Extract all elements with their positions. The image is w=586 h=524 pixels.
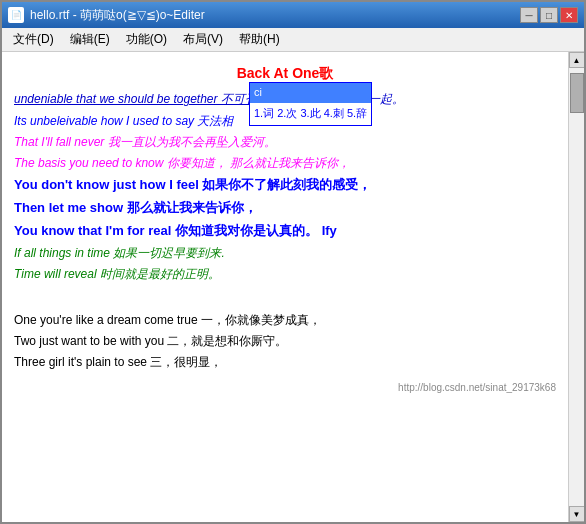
editor[interactable]: Back At One歌 undeniable that we should b… — [2, 52, 568, 522]
line-7: You know that I'm for real 你知道我对你是认真的。 I… — [14, 221, 556, 242]
line-4-text: The basis you need to know 你要知道， 那么就让我来告… — [14, 156, 350, 170]
minimize-button[interactable]: ─ — [520, 7, 538, 23]
scroll-track[interactable] — [570, 68, 584, 506]
menu-edit[interactable]: 编辑(E) — [63, 28, 117, 51]
line-12-text: Two just want to be with you 二，就是想和你厮守。 — [14, 334, 287, 348]
line-8: If all things in time 如果一切迟早要到来. — [14, 244, 556, 263]
line-13: Three girl it's plain to see 三，很明显， — [14, 353, 556, 372]
watermark: http://blog.csdn.net/sinat_29173k68 — [14, 380, 556, 396]
line-13-text: Three girl it's plain to see 三，很明显， — [14, 355, 222, 369]
menu-function[interactable]: 功能(O) — [119, 28, 174, 51]
title-bar-left: 📄 hello.rtf - 萌萌哒o(≧▽≦)o~Editer — [8, 7, 205, 24]
line-9: Time will reveal 时间就是最好的正明。 — [14, 265, 556, 284]
menu-bar: 文件(D) 编辑(E) 功能(O) 布局(V) 帮助(H) — [2, 28, 584, 52]
line-3: That I'll fall never 我一直以为我不会再坠入爱河。 — [14, 133, 556, 152]
window-title: hello.rtf - 萌萌哒o(≧▽≦)o~Editer — [30, 7, 205, 24]
maximize-button[interactable]: □ — [540, 7, 558, 23]
scroll-down-button[interactable]: ▼ — [569, 506, 585, 522]
title-controls: ─ □ ✕ — [520, 7, 578, 23]
menu-file[interactable]: 文件(D) — [6, 28, 61, 51]
menu-layout[interactable]: 布局(V) — [176, 28, 230, 51]
title-bar: 📄 hello.rtf - 萌萌哒o(≧▽≦)o~Editer ─ □ ✕ — [2, 2, 584, 28]
scroll-thumb[interactable] — [570, 73, 584, 113]
autocomplete-input: ci — [250, 83, 371, 103]
scrollbar[interactable]: ▲ ▼ — [568, 52, 584, 522]
menu-help[interactable]: 帮助(H) — [232, 28, 287, 51]
main-window: 📄 hello.rtf - 萌萌哒o(≧▽≦)o~Editer ─ □ ✕ 文件… — [0, 0, 586, 524]
autocomplete-options[interactable]: 1.词 2.次 3.此 4.刺 5.辞 — [250, 103, 371, 125]
autocomplete-popup[interactable]: ci 1.词 2.次 3.此 4.刺 5.辞 — [249, 82, 372, 125]
scroll-up-button[interactable]: ▲ — [569, 52, 585, 68]
app-icon: 📄 — [8, 7, 24, 23]
line-11: One you're like a dream come true 一，你就像美… — [14, 311, 556, 330]
line-6-text: Then let me show 那么就让我来告诉你， — [14, 200, 257, 215]
line-6: Then let me show 那么就让我来告诉你， — [14, 198, 556, 219]
line-8-text: If all things in time 如果一切迟早要到来. — [14, 246, 225, 260]
line-11-text: One you're like a dream come true 一，你就像美… — [14, 313, 321, 327]
content-area: Back At One歌 undeniable that we should b… — [2, 52, 584, 522]
line-12: Two just want to be with you 二，就是想和你厮守。 — [14, 332, 556, 351]
song-title: Back At One歌 — [14, 62, 556, 84]
line-3-text: That I'll fall never 我一直以为我不会再坠入爱河。 — [14, 135, 276, 149]
line-5: You don't know just how I feel 如果你不了解此刻我… — [14, 175, 556, 196]
blank-line — [14, 286, 556, 307]
line-9-text: Time will reveal 时间就是最好的正明。 — [14, 267, 220, 281]
line-2-text: Its unbeleivable how I used to say 天法相 — [14, 114, 233, 128]
watermark-text: http://blog.csdn.net/sinat_29173k68 — [398, 382, 556, 393]
line-1-wrapper: undeniable that we should be together 不可… — [14, 90, 556, 109]
line-4: The basis you need to know 你要知道， 那么就让我来告… — [14, 154, 556, 173]
line-7-text: You know that I'm for real 你知道我对你是认真的。 I… — [14, 223, 337, 238]
close-button[interactable]: ✕ — [560, 7, 578, 23]
line-5-text: You don't know just how I feel 如果你不了解此刻我… — [14, 177, 371, 192]
